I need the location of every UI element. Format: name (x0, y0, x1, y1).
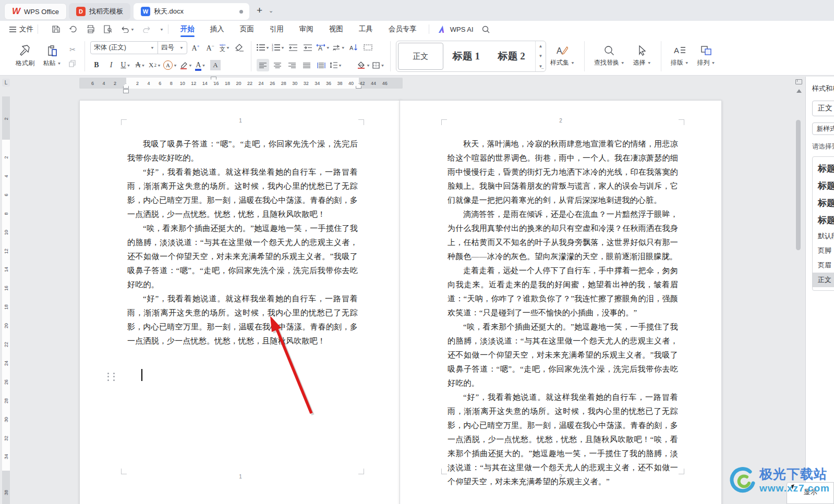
distribute-button[interactable] (315, 59, 328, 71)
paragraph[interactable]: “唉，看来那个插曲还挺大的。”她逗趣地一笑，一手揽住了我的胳膊，淡淡说道：“与其… (127, 222, 358, 292)
style-list-item[interactable]: 标题 3 (813, 194, 834, 212)
wps-ai-button[interactable]: WPS AI (439, 26, 474, 33)
arrange-button[interactable]: 排列▼ (693, 40, 720, 72)
vertical-scrollbar[interactable] (796, 120, 801, 250)
copy-icon[interactable] (69, 60, 76, 67)
style-heading2[interactable]: 标题 2 (489, 43, 534, 70)
bold-button[interactable]: B (90, 59, 103, 71)
style-list-item[interactable]: 标题 2 (813, 177, 834, 194)
gallery-more-icon[interactable]: ▼̲ (536, 62, 546, 71)
page-2-text[interactable]: 秋天，落叶满地，冷寂的秋雨肆意地宣泄着它的情绪，用悲凉给这个喧嚣的世界调色。街巷… (448, 137, 678, 489)
menu-home[interactable]: 开始 (178, 21, 197, 38)
tab-list-chevron-icon[interactable]: ⌄ (269, 7, 273, 14)
char-shading-button[interactable]: A (209, 59, 222, 71)
char-scale-button[interactable]: A ▼ (316, 41, 330, 54)
paragraph[interactable]: 秋天，落叶满地，冷寂的秋雨肆意地宣泄着它的情绪，用悲凉给这个喧嚣的世界调色。街巷… (448, 137, 678, 207)
file-menu-button[interactable]: 文件 (9, 24, 33, 34)
line-spacing-button[interactable]: ▼ (330, 59, 342, 71)
superscript-button[interactable]: X2▼ (149, 59, 161, 71)
current-style-box[interactable]: 正文 (812, 101, 834, 116)
align-center-button[interactable] (271, 59, 284, 71)
menu-view[interactable]: 视图 (327, 21, 345, 38)
menu-page[interactable]: 页面 (238, 21, 256, 38)
margin-mark-icon (121, 119, 127, 125)
qat-more-chevron-icon[interactable]: ▼ (160, 27, 164, 31)
style-list-item[interactable]: 标题 1 (813, 160, 834, 177)
new-tab-button[interactable]: + (257, 5, 262, 16)
paragraph[interactable]: 走着走着，远处一个人停下了自行车，手中撑着一把伞，匆匆向我走来。近看走来的是我的… (448, 264, 678, 320)
justify-button[interactable] (300, 59, 313, 71)
gallery-up-icon[interactable]: ▲ (536, 41, 546, 51)
ruler-toggle-icon[interactable] (795, 79, 802, 84)
sort-button[interactable]: A (347, 41, 360, 54)
paste-button[interactable]: 粘贴▼ (39, 40, 66, 72)
style-normal[interactable]: 正文 (398, 43, 443, 70)
cut-icon[interactable]: ✂ (69, 45, 76, 54)
bullet-list-button[interactable]: ▼ (257, 41, 270, 54)
style-heading1[interactable]: 标题 1 (444, 43, 489, 70)
vertical-ruler[interactable]: 224681012141618202224262830323438 (2, 96, 10, 504)
font-name-select[interactable]: 宋体 (正文) ▼ (91, 42, 158, 54)
menu-reference[interactable]: 引用 (268, 21, 286, 38)
numbered-list-button[interactable]: 123 ▼ (272, 41, 285, 54)
strikethrough-button[interactable]: A▼ (134, 59, 147, 71)
export-icon[interactable] (69, 25, 78, 33)
tab-document[interactable]: W 秋天.docx (134, 3, 249, 20)
menu-insert[interactable]: 插入 (208, 21, 226, 38)
format-painter-button[interactable]: 格式刷 (11, 40, 39, 72)
page-1[interactable]: 1 我吸了吸鼻子答道：“嗯”。“走吧，你回家先洗个澡，洗完后我带你去吃好吃的。 … (79, 100, 402, 504)
underline-button[interactable]: U▼ (119, 59, 132, 71)
undo-button[interactable]: ▼ (120, 26, 135, 33)
print-preview-icon[interactable] (103, 25, 112, 33)
decrease-indent-button[interactable] (287, 41, 299, 54)
shading-button[interactable]: ▼ (357, 59, 370, 71)
style-list-item[interactable]: 正文 (813, 273, 834, 287)
paragraph[interactable]: “唉，看来那个插曲还挺大的。”她逗趣地一笑，一手揽住了我的胳膊，淡淡说道：“与其… (448, 320, 678, 390)
font-size-select[interactable]: 四号 ▼ (158, 42, 187, 54)
paragraph[interactable]: “好”，我看着她说道。就这样我坐着她的自行车，一路冒着雨，渐渐离开这失意的场所。… (127, 292, 358, 348)
text-effects-button[interactable]: A▼ (163, 59, 177, 71)
menu-review[interactable]: 审阅 (297, 21, 316, 38)
decrease-font-button[interactable]: A− (204, 42, 216, 54)
font-color-button[interactable]: A▼ (195, 59, 207, 71)
pinyin-guide-button[interactable]: wén文 ▼ (219, 42, 231, 54)
style-list-item[interactable]: 标题 4 (813, 212, 834, 229)
two-way-arrows-button[interactable]: ▼ (332, 41, 345, 54)
style-set-button[interactable]: A 样式集▼ (546, 40, 579, 72)
menu-member[interactable]: 会员专享 (386, 21, 419, 38)
paragraph[interactable]: “好”，我看着她说道。就这样我坐着她的自行车，一路冒着雨，渐渐离开这失意的场所。… (127, 165, 358, 222)
gallery-down-icon[interactable]: ▼ (536, 51, 546, 61)
clear-format-button[interactable] (233, 42, 246, 54)
search-icon[interactable] (482, 26, 490, 33)
show-marks-button[interactable] (362, 41, 374, 54)
scroll-up-arrow-icon[interactable] (796, 89, 802, 93)
select-button[interactable]: 选择▼ (629, 40, 656, 72)
paragraph[interactable]: 我吸了吸鼻子答道：“嗯”。“走吧，你回家先洗个澡，洗完后我带你去吃好吃的。 (127, 137, 358, 165)
style-list-item[interactable]: 默认段落字体 (813, 229, 834, 243)
horizontal-ruler[interactable]: 6422468101214161820222426283032343638404… (79, 78, 403, 89)
tab-docer-templates[interactable]: D 找稻壳模板 (69, 3, 130, 20)
new-style-button[interactable]: 新样式 (812, 122, 834, 135)
increase-indent-button[interactable] (301, 41, 314, 54)
page-1-text[interactable]: 我吸了吸鼻子答道：“嗯”。“走吧，你回家先洗个澡，洗完后我带你去吃好吃的。 “好… (127, 137, 358, 348)
italic-button[interactable]: I (105, 59, 117, 71)
print-icon[interactable] (86, 25, 95, 33)
style-list-item[interactable]: 页脚 (813, 243, 834, 258)
align-right-button[interactable] (286, 59, 298, 71)
paragraph-drag-handle[interactable] (107, 373, 116, 382)
tab-wps-home[interactable]: W WPS Office (4, 3, 67, 20)
borders-button[interactable]: ▼ (372, 59, 385, 71)
page-2[interactable]: 2 秋天，落叶满地，冷寂的秋雨肆意地宣泄着它的情绪，用悲凉给这个喧嚣的世界调色。… (400, 100, 722, 504)
paragraph[interactable]: 滴滴答答，是雨在倾诉，还是心在流血？一片黯然浮于眼眸，为什么我用真挚付出的换来的… (448, 207, 678, 264)
menu-tools[interactable]: 工具 (357, 21, 375, 38)
tab-stop-selector[interactable]: L (2, 79, 10, 87)
align-left-button[interactable] (257, 59, 269, 71)
left-indent-marker[interactable] (123, 89, 129, 93)
redo-icon[interactable] (143, 26, 151, 33)
save-icon[interactable] (52, 25, 61, 33)
typeset-button[interactable]: A 排版▼ (667, 40, 693, 72)
highlight-button[interactable]: ▼ (179, 59, 192, 71)
increase-font-button[interactable]: A+ (189, 42, 202, 54)
style-list-item[interactable]: 页眉 (813, 258, 834, 273)
find-replace-button[interactable]: 查找替换▼ (590, 40, 629, 72)
